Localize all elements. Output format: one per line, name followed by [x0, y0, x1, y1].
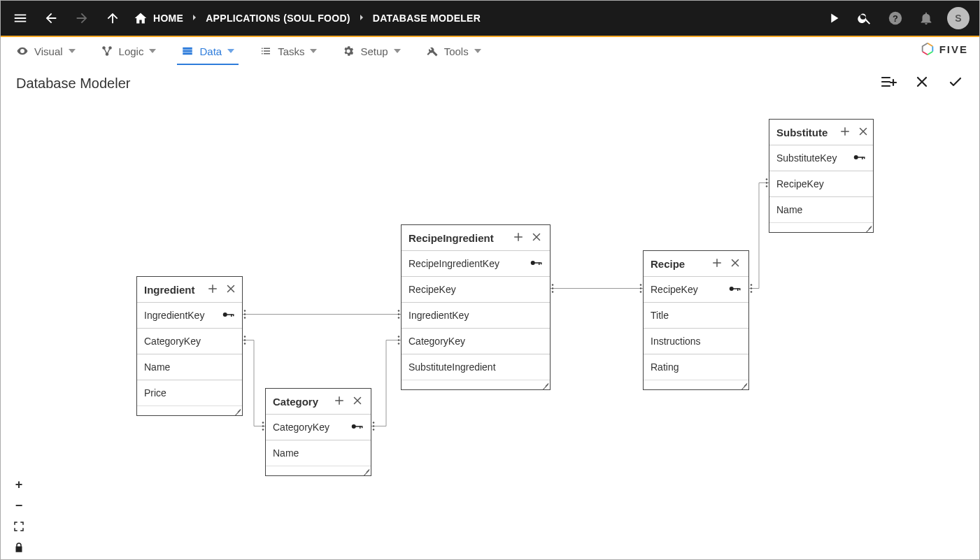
- field-row[interactable]: Instructions: [644, 328, 748, 354]
- entity-substitute[interactable]: SubstituteSubstituteKeyRecipeKeyName: [769, 119, 874, 233]
- play-icon[interactable]: [824, 8, 844, 28]
- field-row[interactable]: Name: [769, 196, 873, 222]
- field-row[interactable]: Price: [137, 380, 242, 405]
- svg-point-15: [262, 425, 264, 427]
- canvas[interactable]: IngredientIngredientKeyCategoryKeyNamePr…: [1, 99, 979, 559]
- zoom-out-button[interactable]: −: [9, 496, 29, 515]
- svg-rect-54: [864, 157, 865, 159]
- svg-rect-48: [733, 288, 739, 289]
- save-button[interactable]: [947, 73, 964, 94]
- field-name: CategoryKey: [144, 336, 201, 347]
- field-row[interactable]: RecipeKey: [769, 171, 873, 196]
- add-field-button[interactable]: [333, 394, 346, 409]
- field-name: RecipeKey: [409, 284, 456, 295]
- add-field-button[interactable]: [512, 231, 525, 245]
- entity-ingredient[interactable]: IngredientIngredientKeyCategoryKeyNamePr…: [136, 276, 243, 416]
- svg-rect-46: [541, 262, 542, 264]
- close-entity-button[interactable]: [729, 257, 741, 271]
- tab-data[interactable]: Data: [178, 37, 237, 65]
- entity-header[interactable]: RecipeIngredient: [402, 225, 550, 250]
- close-entity-button[interactable]: [225, 282, 237, 297]
- caret-down-icon: [310, 49, 317, 53]
- svg-point-33: [766, 182, 768, 184]
- breadcrumb: HOME APPLICATIONS (SOUL FOOD) DATABASE M…: [134, 11, 481, 25]
- svg-point-25: [552, 291, 554, 293]
- help-icon[interactable]: ?: [886, 8, 905, 28]
- add-field-button[interactable]: [839, 125, 851, 140]
- field-row[interactable]: SubstituteKey: [769, 145, 873, 171]
- resize-handle[interactable]: [740, 381, 748, 389]
- crumb-applications[interactable]: APPLICATIONS (SOUL FOOD): [206, 13, 350, 24]
- svg-point-28: [640, 291, 642, 293]
- tab-visual[interactable]: Visual: [13, 37, 78, 65]
- entity-footer: [769, 222, 873, 232]
- svg-point-9: [398, 313, 400, 315]
- field-row[interactable]: Name: [137, 354, 242, 380]
- field-row[interactable]: IngredientKey: [402, 302, 550, 328]
- cancel-button[interactable]: [914, 73, 930, 94]
- lock-icon[interactable]: [9, 538, 29, 557]
- entity-header[interactable]: Ingredient: [137, 277, 242, 302]
- tab-logic[interactable]: Logic: [98, 37, 159, 65]
- svg-point-7: [244, 317, 246, 319]
- entity-recipe[interactable]: RecipeRecipeKeyTitleInstructionsRating: [643, 250, 749, 390]
- add-table-button[interactable]: [880, 73, 897, 94]
- field-row[interactable]: Rating: [644, 354, 748, 380]
- menu-icon[interactable]: [10, 8, 30, 28]
- crumb-home[interactable]: HOME: [153, 13, 183, 24]
- resize-handle[interactable]: [541, 381, 550, 389]
- svg-rect-38: [233, 314, 234, 316]
- bell-icon[interactable]: [916, 8, 936, 28]
- zoom-in-button[interactable]: +: [9, 475, 29, 494]
- resize-handle[interactable]: [865, 224, 873, 232]
- field-row[interactable]: RecipeIngredientKey: [402, 250, 550, 276]
- field-row[interactable]: Name: [266, 440, 371, 466]
- field-row[interactable]: SubstituteIngredient: [402, 354, 550, 380]
- tab-setup[interactable]: Setup: [339, 37, 403, 65]
- field-row[interactable]: RecipeKey: [402, 276, 550, 302]
- entity-category[interactable]: CategoryCategoryKeyName: [265, 388, 371, 476]
- add-field-button[interactable]: [206, 282, 219, 297]
- add-field-button[interactable]: [711, 257, 723, 271]
- svg-point-24: [552, 287, 554, 289]
- svg-point-43: [531, 261, 535, 265]
- entity-recipeingredient[interactable]: RecipeIngredientRecipeIngredientKeyRecip…: [401, 224, 551, 390]
- crumb-current: DATABASE MODELER: [373, 13, 481, 24]
- field-row[interactable]: CategoryKey: [137, 328, 242, 354]
- svg-point-26: [640, 284, 642, 286]
- section-tabs: Visual Logic Data Tasks Setup Tools FIVE: [1, 37, 979, 65]
- home-icon[interactable]: [134, 11, 148, 25]
- svg-point-34: [766, 185, 768, 187]
- tab-label: Visual: [34, 45, 63, 57]
- resize-handle[interactable]: [362, 467, 371, 475]
- entity-header[interactable]: Category: [266, 389, 371, 414]
- field-row[interactable]: CategoryKey: [266, 414, 371, 440]
- up-icon[interactable]: [103, 8, 122, 28]
- entity-footer: [137, 405, 242, 415]
- entity-footer: [644, 380, 748, 389]
- svg-rect-40: [355, 426, 362, 427]
- svg-point-39: [352, 424, 356, 429]
- back-icon[interactable]: [41, 8, 61, 28]
- search-icon[interactable]: [855, 8, 874, 28]
- field-row[interactable]: IngredientKey: [137, 302, 242, 328]
- close-entity-button[interactable]: [351, 394, 364, 409]
- svg-point-51: [854, 155, 858, 159]
- entity-header[interactable]: Recipe: [644, 251, 748, 276]
- svg-point-17: [373, 422, 375, 424]
- tab-tasks[interactable]: Tasks: [257, 37, 320, 65]
- forward-icon: [72, 8, 92, 28]
- avatar[interactable]: S: [947, 7, 970, 29]
- close-entity-button[interactable]: [530, 231, 543, 245]
- entity-header[interactable]: Substitute: [769, 120, 873, 145]
- fit-screen-button[interactable]: [9, 517, 29, 536]
- svg-text:?: ?: [893, 13, 898, 24]
- field-row[interactable]: RecipeKey: [644, 276, 748, 302]
- svg-point-47: [730, 287, 734, 291]
- field-row[interactable]: CategoryKey: [402, 328, 550, 354]
- close-entity-button[interactable]: [857, 125, 869, 140]
- field-row[interactable]: Title: [644, 302, 748, 328]
- primary-key-icon: [853, 152, 866, 164]
- tab-tools[interactable]: Tools: [423, 37, 484, 65]
- resize-handle[interactable]: [234, 407, 242, 415]
